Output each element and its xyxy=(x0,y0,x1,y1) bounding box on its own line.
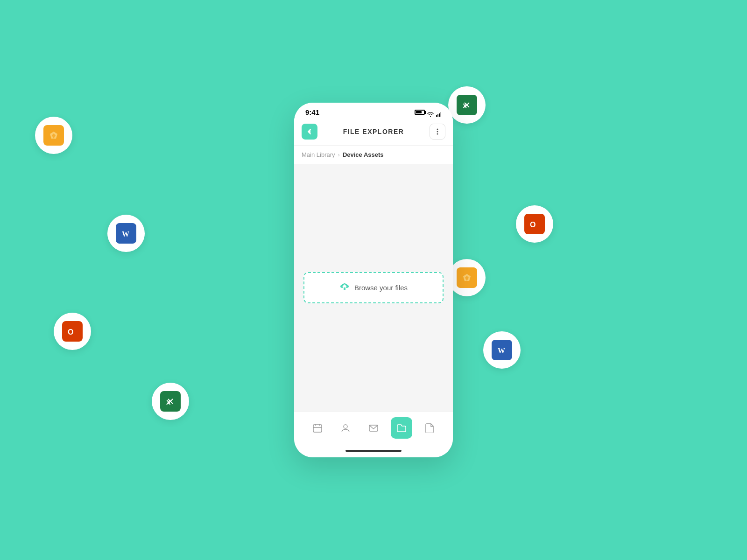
svg-point-27 xyxy=(437,131,438,133)
nav-files-active[interactable] xyxy=(391,417,412,439)
browse-text: Browse your files xyxy=(354,284,408,292)
browse-files-button[interactable]: Browse your files xyxy=(303,272,444,303)
svg-rect-29 xyxy=(313,425,322,432)
excel-icon: X xyxy=(160,391,181,412)
svg-text:W: W xyxy=(498,347,505,355)
breadcrumb-parent[interactable]: Main Library xyxy=(302,151,335,158)
svg-text:O: O xyxy=(68,328,73,336)
svg-text:O: O xyxy=(530,221,536,229)
signal-icon xyxy=(436,110,442,115)
nav-person[interactable] xyxy=(335,417,356,439)
breadcrumb-current: Device Assets xyxy=(343,151,384,158)
phone-mockup: 9:41 xyxy=(294,103,453,457)
svg-rect-24 xyxy=(439,113,440,117)
floating-word-left: W xyxy=(107,215,145,252)
breadcrumb: Main Library › Device Assets xyxy=(294,146,453,164)
svg-point-28 xyxy=(437,133,438,135)
status-icons xyxy=(415,110,442,115)
app-header: FILE EXPLORER xyxy=(294,120,453,146)
wifi-icon xyxy=(427,110,434,115)
floating-sketch-top-left xyxy=(35,117,72,154)
more-button[interactable] xyxy=(430,124,445,140)
upload-icon xyxy=(339,282,350,293)
floating-sketch-right xyxy=(448,259,486,296)
floating-excel-bottom-left: X xyxy=(152,383,189,420)
home-indicator xyxy=(294,446,453,457)
office-icon-2: O xyxy=(524,214,545,234)
office-icon: O xyxy=(62,321,83,342)
sketch-icon-2 xyxy=(457,267,477,288)
svg-rect-23 xyxy=(437,114,438,117)
floating-office-right: O xyxy=(516,205,553,243)
header-title: FILE EXPLORER xyxy=(343,128,404,135)
floating-excel-top-right: X xyxy=(448,86,486,124)
main-content: Browse your files xyxy=(294,164,453,411)
back-button[interactable] xyxy=(302,124,317,140)
svg-point-33 xyxy=(344,425,347,428)
svg-text:W: W xyxy=(122,230,129,238)
word-icon-2: W xyxy=(492,340,512,360)
nav-document[interactable] xyxy=(419,417,440,439)
nav-calendar[interactable] xyxy=(307,417,328,439)
status-bar: 9:41 xyxy=(294,103,453,120)
sketch-icon xyxy=(43,125,64,146)
svg-rect-22 xyxy=(436,115,437,117)
svg-rect-25 xyxy=(440,112,441,117)
bottom-navigation xyxy=(294,411,453,446)
home-bar xyxy=(345,450,402,452)
word-icon: W xyxy=(116,223,136,244)
svg-point-26 xyxy=(437,129,438,130)
status-time: 9:41 xyxy=(305,108,319,116)
nav-mail[interactable] xyxy=(363,417,384,439)
breadcrumb-separator: › xyxy=(338,151,340,158)
floating-word-bottom-right: W xyxy=(483,331,521,369)
excel-icon-2: X xyxy=(457,95,477,115)
battery-icon xyxy=(415,110,425,115)
floating-office-bottom-left: O xyxy=(54,313,91,350)
